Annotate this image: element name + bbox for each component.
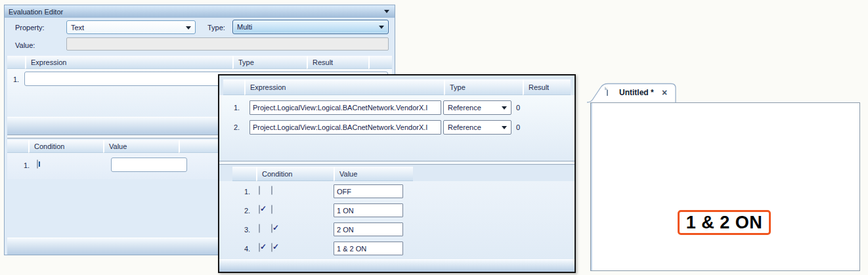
row-number: 1. (24, 161, 30, 169)
value-label: Value: (15, 41, 35, 49)
condition-table-header: Condition Value (7, 140, 198, 153)
result-column-header[interactable]: Result (307, 56, 368, 69)
multistate-label[interactable]: 1 & 2 ON (678, 210, 771, 235)
chevron-down-icon (379, 26, 384, 29)
row-selector-header (232, 167, 256, 181)
document-tab[interactable]: Untitled * × (586, 83, 680, 102)
type-select[interactable]: Multi (232, 20, 389, 34)
evaluation-popup: Expression Type Result 1. Reference 0 2.… (218, 74, 576, 273)
condition-checkbox[interactable] (37, 159, 38, 169)
result-column-header[interactable]: Result (523, 79, 571, 95)
close-icon[interactable]: × (662, 88, 667, 97)
expression-input[interactable] (250, 120, 441, 135)
chevron-down-icon (186, 26, 191, 30)
condition-row: 3. (219, 222, 575, 238)
row-number: 2. (234, 123, 240, 131)
popup-expression-body: 1. Reference 0 2. Reference 0 (219, 95, 575, 161)
canvas-left-edge (591, 103, 592, 270)
condition-value-input[interactable] (334, 222, 403, 236)
popup-expression-header: Expression Type Result (223, 79, 571, 95)
condition-row: 4. (219, 241, 575, 257)
expression-table-header: Expression Type Result (7, 56, 392, 69)
filler-header (368, 56, 392, 69)
tab-title: Untitled * (619, 88, 654, 97)
value-column-header[interactable]: Value (103, 140, 179, 153)
type-select-value: Multi (237, 23, 252, 31)
row-number: 1. (244, 188, 250, 196)
type-column-header[interactable]: Type (444, 79, 523, 95)
expression-column-header[interactable]: Expression (244, 79, 444, 95)
expression-type-value: Reference (448, 104, 481, 112)
condition-value-input[interactable] (334, 184, 403, 198)
popup-condition-header: Condition Value (223, 167, 571, 181)
condition-value-input[interactable] (111, 158, 187, 172)
panel-title: Evaluation Editor (9, 8, 63, 16)
row-number: 1. (234, 104, 240, 112)
condition-row: 1. (219, 184, 575, 200)
row-selector-header (7, 56, 25, 69)
panel-menu-icon[interactable] (384, 10, 389, 13)
expression-column-header[interactable]: Expression (25, 56, 232, 69)
popup-footer (219, 259, 575, 272)
expression-type-select[interactable]: Reference (443, 100, 511, 115)
row-selector-header (7, 140, 28, 153)
condition-column-header[interactable]: Condition (28, 140, 103, 153)
value-column-header[interactable]: Value (334, 167, 413, 181)
condition-checkbox-2[interactable] (271, 186, 272, 195)
chevron-down-icon (502, 126, 507, 129)
result-value: 0 (516, 123, 520, 131)
result-value: 0 (516, 104, 520, 112)
condition-checkbox-1[interactable] (259, 224, 260, 233)
row-number: 4. (244, 245, 250, 253)
row-number: 3. (244, 226, 250, 234)
value-input[interactable] (66, 37, 389, 51)
condition-checkbox-2[interactable] (271, 205, 272, 214)
expression-type-value: Reference (448, 123, 481, 131)
row-selector-header (223, 79, 244, 95)
condition-row: 2. (219, 203, 575, 219)
condition-checkbox-1[interactable] (259, 243, 260, 252)
document-icon (607, 87, 608, 96)
type-column-header[interactable]: Type (232, 56, 307, 69)
property-select[interactable]: Text (66, 20, 196, 34)
expression-type-select[interactable]: Reference (443, 120, 511, 135)
condition-checkbox-1[interactable] (259, 186, 260, 195)
property-label: Property: (15, 24, 45, 32)
row-number: 1. (13, 75, 19, 83)
expression-input[interactable] (250, 100, 441, 115)
chevron-down-icon (502, 106, 507, 110)
condition-column-header[interactable]: Condition (256, 167, 334, 181)
row-number: 2. (244, 207, 250, 215)
condition-value-input[interactable] (334, 203, 403, 217)
condition-checkbox-1[interactable] (259, 205, 260, 214)
splitter[interactable] (219, 161, 575, 165)
design-canvas[interactable]: 1 & 2 ON (590, 102, 860, 271)
condition-checkbox-2[interactable] (271, 243, 272, 252)
panel-titlebar[interactable]: Evaluation Editor (5, 5, 395, 18)
property-select-value: Text (71, 24, 84, 32)
type-label: Type: (207, 24, 225, 32)
condition-checkbox-2[interactable] (271, 224, 272, 233)
condition-value-input[interactable] (334, 242, 403, 255)
